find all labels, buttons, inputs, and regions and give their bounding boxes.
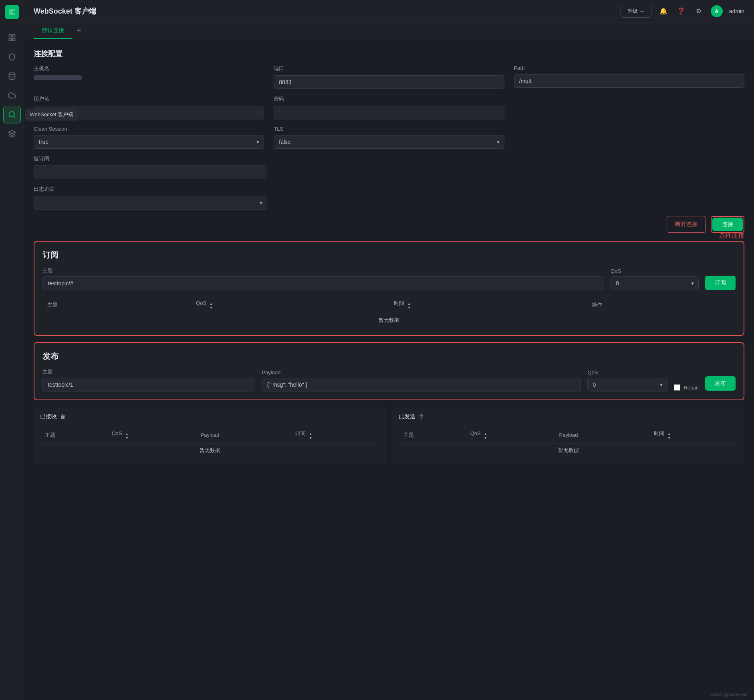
port-input[interactable] — [274, 75, 504, 89]
svg-rect-2 — [9, 38, 11, 41]
publish-retain-group: Retain — [674, 384, 699, 391]
sidebar-item-cloud[interactable] — [3, 87, 21, 104]
publish-button[interactable]: 发布 — [705, 376, 736, 391]
messages-grid: 已接收 🗑 主题 QoS ▲▼ Payload — [34, 407, 744, 464]
subscribe-btn-group: 订阅 — [705, 276, 736, 290]
form-group-empty2 — [514, 126, 744, 149]
sent-qos-sort[interactable]: ▲▼ — [484, 432, 487, 440]
sent-header-topic: 主题 — [399, 427, 466, 444]
subscribe-qos-wrapper: 0 1 2 — [611, 276, 699, 290]
header-actions: 升级 → 🔔 ❓ ⚙ A admin — [621, 5, 744, 18]
disconnect-button[interactable]: 断开连接 — [667, 216, 706, 233]
received-table: 主题 QoS ▲▼ Payload 时间 ▲▼ — [40, 427, 379, 457]
rec-qos-sort[interactable]: ▲▼ — [125, 432, 129, 440]
tab-add-button[interactable]: + — [72, 22, 86, 39]
admin-label: admin — [729, 8, 744, 14]
publish-section: 发布 主题 Payload QoS 0 — [34, 342, 744, 400]
path-input[interactable] — [514, 74, 744, 88]
form-grid-row4: 慢订阅 — [34, 155, 744, 179]
tabs-bar: 默认连接 + — [24, 22, 754, 39]
sent-section: 已发送 🗑 主题 QoS ▲▼ Payload — [392, 407, 744, 464]
sub-table-header-action: 操作 — [587, 297, 736, 313]
settings-icon[interactable]: ⚙ — [693, 6, 704, 17]
form-group-password: 密码 — [274, 95, 504, 119]
publish-qos-select[interactable]: 0 1 2 — [587, 378, 667, 391]
publish-payload-group: Payload — [262, 369, 581, 391]
floating-annotation: 选择连接 — [719, 232, 744, 240]
publish-topic-input[interactable] — [42, 378, 255, 391]
svg-rect-0 — [9, 35, 11, 37]
sidebar-item-database[interactable] — [3, 67, 21, 85]
svg-rect-1 — [12, 35, 15, 37]
rec-time-sort[interactable]: ▲▼ — [309, 432, 312, 440]
sidebar-nav: WebSocket 客户端 — [0, 29, 24, 143]
form-group-port: 端口 — [274, 65, 504, 89]
log-trace-select[interactable] — [34, 196, 267, 210]
spacer1 — [277, 155, 744, 179]
rec-header-time: 时间 ▲▼ — [290, 427, 379, 444]
publish-payload-input[interactable] — [262, 378, 581, 391]
received-clear-icon[interactable]: 🗑 — [60, 414, 66, 420]
hostname-label: 主机名 — [34, 65, 264, 72]
sub-table-header-qos: QoS ▲▼ — [191, 297, 389, 313]
publish-qos-group: QoS 0 1 2 — [587, 369, 667, 391]
main-content: WebSocket 客户端 升级 → 🔔 ❓ ⚙ A admin 默认连接 + … — [24, 0, 754, 700]
sent-no-data: 暂无数据 — [399, 444, 738, 458]
app-logo[interactable] — [5, 5, 19, 19]
connect-button[interactable]: 连接 — [712, 218, 743, 231]
subscribe-qos-group: QoS 0 1 2 — [611, 268, 699, 290]
tls-select[interactable]: false true — [274, 135, 504, 149]
upgrade-button[interactable]: 升级 → — [621, 5, 651, 18]
sent-title: 已发送 — [399, 413, 415, 420]
tls-wrapper: false true — [274, 135, 504, 149]
subscribe-section: 订阅 主题 QoS 0 1 2 — [34, 241, 744, 336]
subscribe-qos-select[interactable]: 0 1 2 — [611, 276, 699, 290]
sidebar-item-shield[interactable] — [3, 48, 21, 66]
subscribe-topic-input[interactable] — [42, 276, 604, 290]
time-sort-icon[interactable]: ▲▼ — [407, 302, 411, 310]
clean-session-select[interactable]: true false — [34, 135, 264, 149]
qos-sort-icon[interactable]: ▲▼ — [210, 302, 213, 310]
port-label: 端口 — [274, 65, 504, 72]
watermark: CSDN @Xiaoyibao — [710, 692, 748, 697]
avatar[interactable]: A — [711, 5, 723, 17]
subscribe-title: 订阅 — [42, 250, 736, 260]
subscribe-form-row: 主题 QoS 0 1 2 订阅 — [42, 267, 736, 290]
form-group-slow-subscribe: 慢订阅 — [34, 155, 267, 179]
sent-time-sort[interactable]: ▲▼ — [667, 432, 671, 440]
form-group-clean-session: Clean Session true false — [34, 126, 264, 149]
log-trace-wrapper — [34, 196, 267, 210]
subscribe-topic-label: 主题 — [42, 267, 604, 274]
sidebar-item-layers[interactable] — [3, 125, 21, 143]
btn-row: 断开连接 连接 — [34, 216, 744, 233]
received-title: 已接收 — [40, 413, 57, 420]
tab-default-connection[interactable]: 默认连接 — [34, 23, 72, 39]
sent-header-time: 时间 ▲▼ — [649, 427, 738, 444]
username-input[interactable] — [34, 106, 264, 119]
publish-topic-label: 主题 — [42, 368, 255, 375]
publish-retain-label: Retain — [683, 385, 699, 391]
path-label: Path — [514, 65, 744, 71]
slow-subscribe-input[interactable] — [34, 165, 267, 179]
hostname-masked — [34, 75, 82, 80]
sidebar-item-websocket[interactable]: WebSocket 客户端 — [3, 106, 21, 123]
password-label: 密码 — [274, 95, 504, 103]
publish-retain-checkbox[interactable] — [674, 384, 680, 391]
connect-button-outline: 连接 — [711, 216, 744, 233]
form-group-log-trace: 日志追踪 — [34, 186, 267, 210]
form-grid-row5: 日志追踪 — [34, 186, 744, 210]
notification-icon[interactable]: 🔔 — [658, 6, 669, 17]
received-no-data: 暂无数据 — [40, 444, 379, 458]
sent-clear-icon[interactable]: 🗑 — [419, 414, 424, 420]
form-grid-row3: Clean Session true false TLS false true — [34, 126, 744, 149]
publish-btn-group: 发布 — [705, 376, 736, 391]
help-icon[interactable]: ❓ — [675, 6, 687, 17]
subscribe-table: 主题 QoS ▲▼ 时间 ▲▼ 操作 — [42, 297, 736, 327]
sent-table: 主题 QoS ▲▼ Payload 时间 ▲▼ — [399, 427, 738, 457]
sidebar-item-dashboard[interactable] — [3, 29, 21, 46]
subscribe-button[interactable]: 订阅 — [705, 276, 736, 290]
form-group-empty — [514, 95, 744, 119]
publish-title: 发布 — [42, 351, 736, 362]
log-trace-label: 日志追踪 — [34, 186, 267, 193]
password-input[interactable] — [274, 106, 504, 119]
